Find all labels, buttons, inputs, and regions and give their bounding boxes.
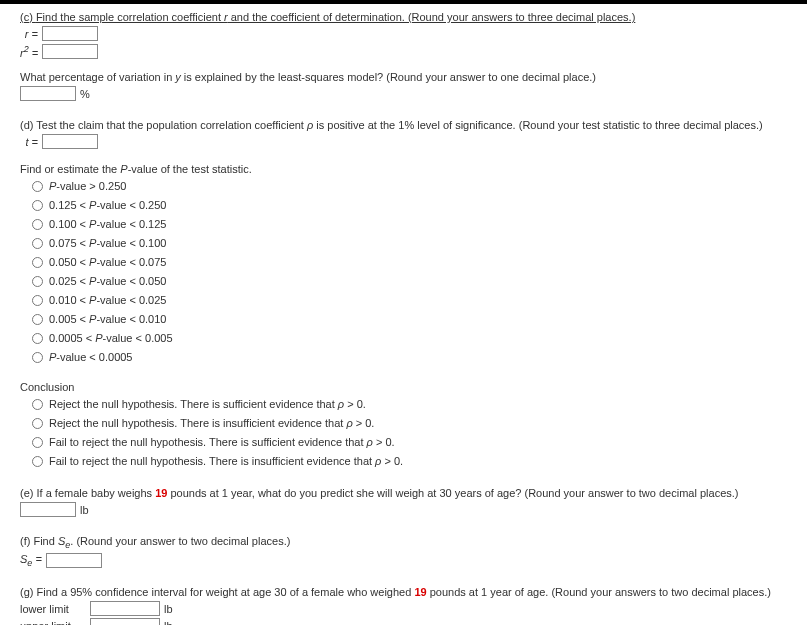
se-eq: =	[32, 553, 41, 565]
radio-pv-7[interactable]	[32, 314, 43, 325]
label-r2-eq: =	[29, 47, 38, 59]
pvalue-option-label: P-value > 0.250	[49, 178, 126, 194]
d-suffix: is positive at the 1% level of significa…	[313, 119, 762, 131]
radio-pv-1[interactable]	[32, 200, 43, 211]
pvalue-option-label: 0.050 < P-value < 0.075	[49, 254, 166, 270]
pvalue-option[interactable]: 0.100 < P-value < 0.125	[32, 216, 787, 232]
radio-pv-2[interactable]	[32, 219, 43, 230]
question-g: (g) Find a 95% confidence interval for w…	[0, 579, 807, 625]
pval-P: P	[120, 163, 127, 175]
pvalue-option-label: 0.100 < P-value < 0.125	[49, 216, 166, 232]
question-e: (e) If a female baby weighs 19 pounds at…	[0, 480, 807, 528]
radio-pv-4[interactable]	[32, 257, 43, 268]
pval-h-prefix: Find or estimate the	[20, 163, 120, 175]
f-prefix: (f) Find	[20, 535, 58, 547]
g-suffix: pounds at 1 year of age. (Round your ans…	[427, 586, 771, 598]
question-c: (c) Find the sample correlation coeffici…	[0, 4, 807, 112]
pvalue-option-label: 0.005 < P-value < 0.010	[49, 311, 166, 327]
pvalue-option-label: P-value < 0.0005	[49, 349, 132, 365]
input-se[interactable]	[46, 553, 102, 568]
label-upper: upper limit	[20, 620, 90, 625]
pvalue-option[interactable]: P-value > 0.250	[32, 178, 787, 194]
e-input-row: lb	[20, 502, 787, 517]
radio-cc-0[interactable]	[32, 399, 43, 410]
r-input-row: r =	[20, 26, 787, 41]
pvalue-option[interactable]: P-value < 0.0005	[32, 349, 787, 365]
question-c-text2: and the coefficient of determination. (R…	[228, 11, 636, 23]
pvalue-option-label: 0.010 < P-value < 0.025	[49, 292, 166, 308]
pvalue-heading: Find or estimate the P-value of the test…	[20, 163, 787, 175]
e-weight: 19	[155, 487, 167, 499]
question-c-prefix: (c)	[20, 11, 36, 23]
question-f-prompt: (f) Find Se. (Round your answer to two d…	[20, 535, 787, 550]
label-t: t =	[20, 136, 38, 148]
g-weight: 19	[414, 586, 426, 598]
pvalue-options: P-value > 0.250 0.125 < P-value < 0.250 …	[32, 178, 787, 365]
question-d: (d) Test the claim that the population c…	[0, 112, 807, 480]
conclusion-options: Reject the null hypothesis. There is suf…	[32, 396, 787, 469]
e-prefix: (e) If a female baby weighs	[20, 487, 155, 499]
conclusion-option[interactable]: Reject the null hypothesis. There is suf…	[32, 396, 787, 412]
lower-limit-row: lower limit lb	[20, 601, 787, 616]
question-d-prompt: (d) Test the claim that the population c…	[20, 119, 787, 131]
pvalue-option-label: 0.125 < P-value < 0.250	[49, 197, 166, 213]
radio-cc-1[interactable]	[32, 418, 43, 429]
pvalue-option[interactable]: 0.050 < P-value < 0.075	[32, 254, 787, 270]
question-c-prompt: (c) Find the sample correlation coeffici…	[20, 11, 787, 23]
variation-suffix: is explained by the least-squares model?…	[181, 71, 596, 83]
pvalue-option-label: 0.025 < P-value < 0.050	[49, 273, 166, 289]
pvalue-option-label: 0.075 < P-value < 0.100	[49, 235, 166, 251]
variation-prefix: What percentage of variation in	[20, 71, 175, 83]
input-r[interactable]	[42, 26, 98, 41]
radio-pv-8[interactable]	[32, 333, 43, 344]
percent-sign: %	[80, 88, 90, 100]
radio-pv-3[interactable]	[32, 238, 43, 249]
label-lower: lower limit	[20, 603, 90, 615]
r2-input-row: r2 =	[20, 44, 787, 59]
variation-prompt: What percentage of variation in y is exp…	[20, 71, 787, 83]
upper-limit-row: upper limit lb	[20, 618, 787, 625]
question-f: (f) Find Se. (Round your answer to two d…	[0, 528, 807, 579]
radio-pv-6[interactable]	[32, 295, 43, 306]
e-suffix: pounds at 1 year, what do you predict sh…	[167, 487, 738, 499]
e-unit: lb	[80, 504, 89, 516]
g-prefix: (g) Find a 95% confidence interval for w…	[20, 586, 414, 598]
conclusion-heading: Conclusion	[20, 381, 787, 393]
input-e-weight[interactable]	[20, 502, 76, 517]
lower-unit: lb	[164, 603, 173, 615]
conclusion-option[interactable]: Fail to reject the null hypothesis. Ther…	[32, 453, 787, 469]
radio-cc-3[interactable]	[32, 456, 43, 467]
conclusion-option-label: Fail to reject the null hypothesis. Ther…	[49, 453, 403, 469]
pval-h-suffix: -value of the test statistic.	[128, 163, 252, 175]
label-se: Se =	[20, 553, 42, 568]
radio-pv-5[interactable]	[32, 276, 43, 287]
conclusion-option[interactable]: Fail to reject the null hypothesis. Ther…	[32, 434, 787, 450]
pvalue-option[interactable]: 0.005 < P-value < 0.010	[32, 311, 787, 327]
label-r2: r2 =	[20, 44, 38, 59]
conclusion-option[interactable]: Reject the null hypothesis. There is ins…	[32, 415, 787, 431]
t-input-row: t =	[20, 134, 787, 149]
d-prefix: (d) Test the claim that the population c…	[20, 119, 307, 131]
radio-pv-0[interactable]	[32, 181, 43, 192]
input-r2[interactable]	[42, 44, 98, 59]
question-g-prompt: (g) Find a 95% confidence interval for w…	[20, 586, 787, 598]
pvalue-option[interactable]: 0.0005 < P-value < 0.005	[32, 330, 787, 346]
pvalue-option[interactable]: 0.025 < P-value < 0.050	[32, 273, 787, 289]
input-percent[interactable]	[20, 86, 76, 101]
input-upper-limit[interactable]	[90, 618, 160, 625]
upper-unit: lb	[164, 620, 173, 625]
conclusion-option-label: Reject the null hypothesis. There is ins…	[49, 415, 374, 431]
conclusion-option-label: Reject the null hypothesis. There is suf…	[49, 396, 366, 412]
pvalue-option[interactable]: 0.075 < P-value < 0.100	[32, 235, 787, 251]
radio-cc-2[interactable]	[32, 437, 43, 448]
conclusion-option-label: Fail to reject the null hypothesis. Ther…	[49, 434, 395, 450]
question-c-text1: Find the sample correlation coefficient	[36, 11, 224, 23]
input-t[interactable]	[42, 134, 98, 149]
f-suffix: . (Round your answer to two decimal plac…	[70, 535, 290, 547]
pvalue-option[interactable]: 0.010 < P-value < 0.025	[32, 292, 787, 308]
radio-pv-9[interactable]	[32, 352, 43, 363]
se-input-row: Se =	[20, 553, 787, 568]
input-lower-limit[interactable]	[90, 601, 160, 616]
pvalue-option-label: 0.0005 < P-value < 0.005	[49, 330, 173, 346]
pvalue-option[interactable]: 0.125 < P-value < 0.250	[32, 197, 787, 213]
